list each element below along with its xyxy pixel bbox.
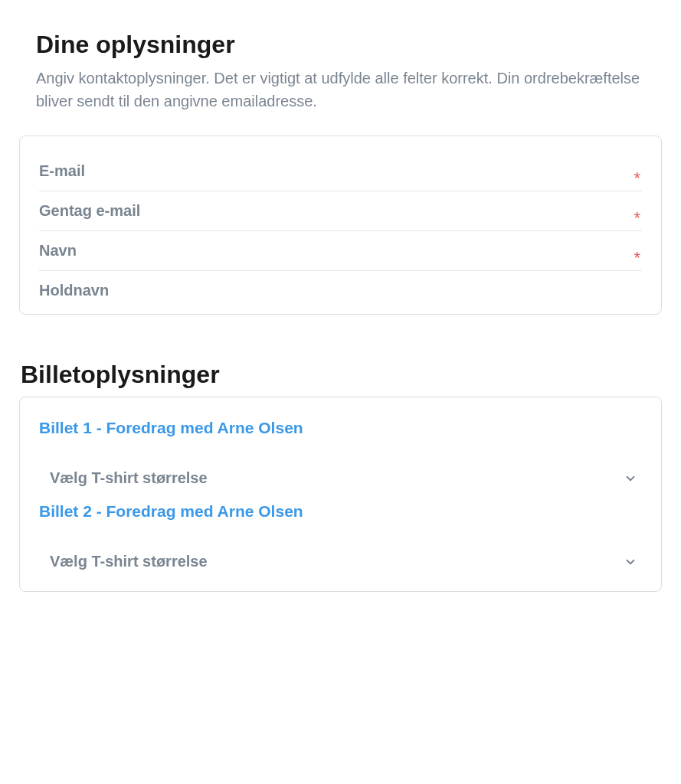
- repeat-email-field[interactable]: [39, 202, 642, 220]
- required-indicator-icon: *: [634, 248, 640, 268]
- ticket-label: Billet 1 - Foredrag med Arne Olsen: [39, 419, 642, 437]
- name-field[interactable]: [39, 242, 642, 260]
- repeat-email-field-wrapper: *: [39, 191, 642, 231]
- tshirt-size-select[interactable]: Vælg T-shirt størrelse: [39, 460, 642, 496]
- contact-info-panel: * * *: [19, 136, 662, 315]
- ticket-info-heading: Billetoplysninger: [19, 361, 662, 389]
- tshirt-size-select[interactable]: Vælg T-shirt størrelse: [39, 544, 642, 580]
- chevron-down-icon: [624, 472, 637, 485]
- select-placeholder: Vælg T-shirt størrelse: [39, 469, 208, 487]
- chevron-down-icon: [624, 555, 637, 569]
- contact-info-description: Angiv kontaktoplysninger. Det er vigtigt…: [19, 67, 662, 113]
- ticket-block: Billet 2 - Foredrag med Arne Olsen Vælg …: [39, 502, 642, 580]
- ticket-label: Billet 2 - Foredrag med Arne Olsen: [39, 502, 642, 521]
- ticket-info-panel: Billet 1 - Foredrag med Arne Olsen Vælg …: [19, 397, 662, 592]
- contact-info-heading: Dine oplysninger: [19, 31, 662, 59]
- ticket-block: Billet 1 - Foredrag med Arne Olsen Vælg …: [39, 419, 642, 496]
- required-indicator-icon: *: [634, 208, 640, 228]
- select-placeholder: Vælg T-shirt størrelse: [39, 553, 208, 570]
- name-field-wrapper: *: [39, 231, 642, 271]
- team-name-field[interactable]: [39, 282, 642, 299]
- required-indicator-icon: *: [634, 168, 640, 188]
- email-field[interactable]: [39, 162, 642, 180]
- email-field-wrapper: *: [39, 152, 642, 191]
- team-name-field-wrapper: [39, 271, 642, 310]
